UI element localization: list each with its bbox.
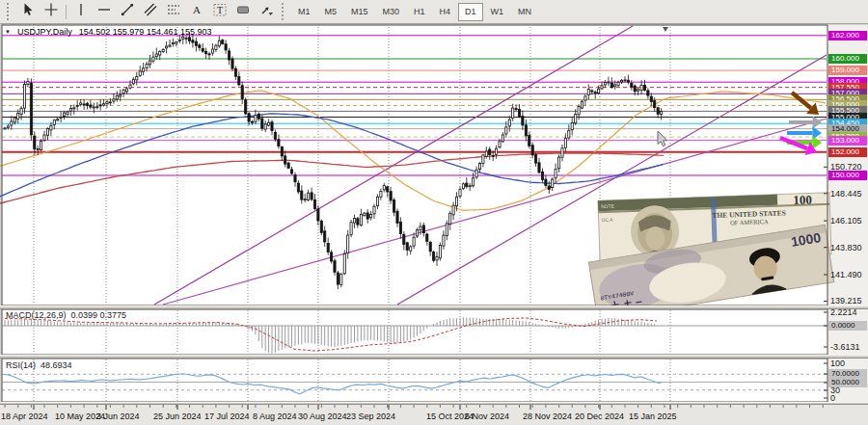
- svg-text:T: T: [217, 5, 223, 15]
- chart-canvas[interactable]: THE UNITED STATESOF AMERICA100NOTEOC A10…: [0, 0, 868, 425]
- date-axis-label: 23 Sep 2024: [346, 412, 395, 421]
- date-axis-label: 25 Jun 2024: [153, 412, 202, 421]
- toolbar: AT M1M5M15M30H1H4D1W1MN: [0, 0, 868, 24]
- date-axis-label: 3 Jun 2024: [96, 412, 140, 421]
- price-level-label: 150.000: [828, 171, 867, 180]
- macd-values: 0.0399 0.3775: [71, 310, 127, 320]
- rsi-value: 48.6934: [41, 360, 72, 370]
- price-level-label: 152.000: [828, 147, 867, 157]
- timeframe-d1-button[interactable]: D1: [458, 3, 483, 21]
- timeframe-w1-button[interactable]: W1: [484, 3, 511, 21]
- trendline-icon: [120, 2, 135, 21]
- timeframe-m15-button[interactable]: M15: [344, 3, 375, 21]
- price-level-label: 153.000: [828, 136, 867, 146]
- text-icon: A: [189, 2, 204, 21]
- indicator-axis-tick: 0: [830, 393, 835, 403]
- chart-title-bar[interactable]: ▼ USDJPY,Daily 154.502 155.979 154.461 1…: [5, 27, 211, 37]
- indicator-axis-tick: 2.2214: [830, 307, 857, 317]
- timeframe-mn-button[interactable]: MN: [511, 3, 538, 21]
- price-axis-tick: 150.720: [830, 162, 862, 172]
- toolbar-separator: [66, 5, 67, 19]
- price-axis-tick: 139.215: [830, 296, 862, 305]
- tool-equidistant-channel-button[interactable]: [139, 2, 162, 21]
- tool-vertical-line-button[interactable]: [69, 2, 93, 21]
- timeframe-m30-button[interactable]: M30: [376, 3, 407, 21]
- equidistant-channel-icon: [143, 2, 158, 21]
- indicator-axis-tick: -3.6131: [830, 342, 860, 352]
- symbol-dropdown-icon[interactable]: ▼: [5, 29, 11, 35]
- date-axis-label: 15 Jan 2025: [629, 412, 677, 421]
- trading-terminal: AT M1M5M15M30H1H4D1W1MN THE UNITED STATE…: [0, 0, 868, 425]
- date-axis-label: 8 Aug 2024: [253, 412, 297, 421]
- timeframe-m1-button[interactable]: M1: [291, 3, 317, 21]
- rsi-panel: [2, 359, 827, 402]
- timeframe-m5-button[interactable]: M5: [318, 3, 344, 21]
- tool-shapes-button[interactable]: [231, 2, 255, 21]
- bill-denomination-text: 100: [793, 192, 812, 207]
- rsi-name: RSI(14): [6, 360, 36, 370]
- macd-label: MACD(12,26,9) 0.0399 0.3775: [6, 310, 126, 320]
- date-axis-label: 18 Apr 2024: [1, 412, 48, 421]
- horizontal-line-icon: [96, 2, 112, 21]
- timeframe-h4-button[interactable]: H4: [433, 3, 458, 21]
- tool-fibonacci-button[interactable]: [162, 2, 185, 21]
- macd-name: MACD(12,26,9): [6, 310, 67, 320]
- tool-text-button[interactable]: A: [185, 2, 208, 21]
- date-axis-label: 17 Jul 2024: [204, 412, 250, 421]
- drawing-tools-group: AT: [16, 2, 278, 21]
- fibonacci-icon: [166, 2, 181, 21]
- timeframe-grip[interactable]: [282, 3, 287, 20]
- price-axis-tick: 143.830: [830, 243, 862, 252]
- arrows-icon: [258, 2, 274, 21]
- panel-splitter-rsi[interactable]: [0, 355, 868, 359]
- rsi-label: RSI(14) 48.6934: [6, 360, 72, 370]
- price-axis-tick: 148.445: [830, 189, 862, 199]
- text-label-icon: T: [212, 2, 228, 21]
- date-axis-label: 28 Nov 2024: [523, 412, 572, 421]
- bill-note-text: NOTE: [601, 203, 615, 210]
- timeframe-h1-button[interactable]: H1: [407, 3, 432, 21]
- crosshair-icon: [43, 2, 59, 21]
- cursor-icon: [20, 2, 36, 21]
- price-axis-tick: 146.105: [830, 216, 862, 226]
- tool-cursor-button[interactable]: [16, 2, 40, 21]
- tool-crosshair-button[interactable]: [40, 2, 63, 21]
- vertical-line-icon: [73, 2, 89, 21]
- tool-trendline-button[interactable]: [116, 2, 139, 21]
- date-axis-label: 20 Dec 2024: [575, 412, 624, 421]
- indicator-axis-tick: 0.0000: [828, 321, 867, 331]
- bill-subtitle-text: OF AMERICA: [730, 218, 769, 226]
- ohlc-values: 154.502 155.979 154.461 155.903: [79, 27, 212, 37]
- price-axis-tick: 141.490: [830, 270, 862, 279]
- svg-text:A: A: [193, 4, 201, 15]
- price-level-label: 160.000: [828, 54, 867, 64]
- price-level-label: 162.000: [828, 31, 867, 40]
- date-axis-label: 30 Aug 2024: [298, 412, 347, 421]
- timeframe-group: M1M5M15M30H1H4D1W1MN: [291, 3, 539, 21]
- tool-arrows-button[interactable]: [255, 2, 278, 21]
- panel-splitter-axis[interactable]: [0, 402, 868, 405]
- price-level-label: 159.000: [828, 66, 867, 75]
- date-axis-label: 6 Nov 2024: [465, 412, 509, 421]
- tool-horizontal-line-button[interactable]: [93, 2, 116, 21]
- bill-oca-text: OC A: [602, 217, 614, 223]
- symbol-name: USDJPY,Daily: [17, 27, 72, 37]
- shapes-icon: [235, 2, 251, 21]
- tool-text-label-button[interactable]: T: [208, 2, 231, 21]
- indicator-axis-tick: 100: [830, 359, 845, 368]
- panel-splitter-macd[interactable]: [0, 305, 868, 309]
- toolbar-grip[interactable]: [7, 3, 13, 20]
